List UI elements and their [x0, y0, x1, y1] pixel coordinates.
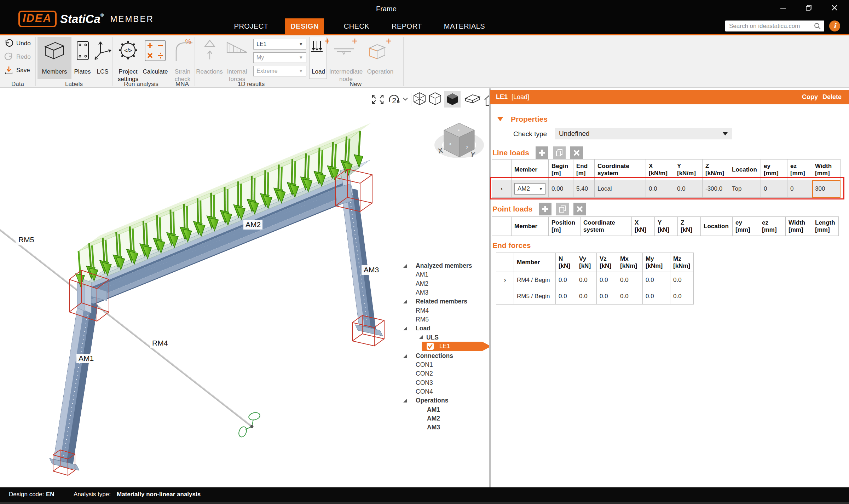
expander-icon[interactable]	[403, 326, 407, 330]
close-button[interactable]	[832, 5, 837, 10]
tree-operations[interactable]: Operations	[416, 397, 448, 404]
tree-related-members[interactable]: Related members	[416, 298, 467, 305]
column-am1[interactable]	[50, 300, 98, 470]
ribbon: Undo Redo Save Data Members Plates LCS L…	[0, 35, 849, 88]
rotate-view-icon[interactable]: 2	[389, 95, 400, 105]
tree-con1[interactable]: CON1	[416, 361, 433, 369]
info-button[interactable]: i	[829, 21, 840, 31]
zoom-fit-icon[interactable]	[372, 95, 383, 104]
delete-point-load-button[interactable]	[573, 203, 586, 215]
tree-le1-selected[interactable]: LE1	[422, 342, 491, 351]
tree-connections[interactable]: Connections	[416, 352, 453, 360]
undo-button[interactable]: Undo	[16, 40, 31, 47]
group-label-data: Data	[7, 81, 28, 88]
tree-op-am3[interactable]: AM3	[427, 424, 440, 431]
plates-icon[interactable]	[75, 40, 91, 61]
plates-label[interactable]: Plates	[71, 68, 94, 75]
search-input[interactable]: Search on ideastatica.com	[725, 21, 824, 31]
tree-load[interactable]: Load	[416, 325, 431, 332]
collapse-triangle-icon[interactable]	[497, 117, 503, 121]
point-loads-table: Member Position[m] Coordinatesystem X[kN…	[492, 216, 839, 236]
expander-icon[interactable]	[403, 300, 407, 303]
expander-icon[interactable]	[419, 335, 423, 339]
expander-icon[interactable]	[403, 264, 407, 268]
tab-project[interactable]: PROJECT	[232, 18, 271, 34]
tab-report[interactable]: REPORT	[387, 18, 426, 34]
expander-icon[interactable]	[403, 399, 407, 402]
tree-op-am1[interactable]: AM1	[427, 406, 440, 413]
tree-rm4[interactable]: RM4	[416, 307, 429, 314]
rotate-dropdown-chevron[interactable]	[403, 98, 408, 100]
svg-text:x: x	[449, 141, 451, 146]
lcs-label[interactable]: LCS	[93, 68, 112, 75]
group-label-new: New	[308, 81, 403, 88]
tab-check[interactable]: CHECK	[339, 18, 374, 34]
calculate-icon[interactable]	[144, 40, 166, 62]
label-am1: AM1	[79, 354, 94, 362]
copy-line-load-button[interactable]	[553, 146, 566, 159]
tab-design[interactable]: DESIGN	[285, 18, 324, 34]
minimize-button[interactable]	[780, 8, 786, 9]
dropdown-arrow-icon	[723, 132, 728, 135]
copy-point-load-button[interactable]	[556, 203, 569, 215]
strain-check-icon: %	[173, 38, 193, 62]
row-expander[interactable]: ›	[496, 272, 514, 288]
lcs-icon[interactable]	[93, 40, 113, 62]
home-view-icon[interactable]	[485, 94, 489, 105]
calculate-label[interactable]: Calculate	[141, 68, 170, 75]
end-forces-row[interactable]: › RM4 / Begin 0.0 0.0 0.0 0.0 0.0 0.0	[496, 272, 694, 288]
properties-section-title: Properties	[511, 115, 548, 123]
check-type-label: Check type	[513, 130, 547, 138]
view-hidden-line-icon[interactable]	[429, 93, 441, 105]
view-wireframe-icon[interactable]	[414, 93, 425, 105]
search-icon[interactable]	[813, 22, 822, 31]
extreme-combobox[interactable]: Extreme▼	[253, 66, 306, 76]
tree-am3[interactable]: AM3	[416, 289, 428, 296]
save-icon[interactable]	[4, 66, 13, 75]
tree-am1[interactable]: AM1	[416, 271, 428, 278]
check-type-dropdown[interactable]: Undefined	[555, 128, 732, 139]
restore-button[interactable]	[806, 5, 811, 10]
add-line-load-button[interactable]	[536, 146, 548, 159]
end-forces-title: End forces	[492, 241, 531, 250]
end-forces-row[interactable]: RM5 / Begin 0.0 0.0 0.0 0.0 0.0 0.0	[496, 288, 694, 305]
load-case-combobox[interactable]: LE1▼	[253, 39, 306, 50]
undo-icon[interactable]	[4, 39, 13, 48]
structure-tree: Analyzed members AM1 AM2 AM3 Related mem…	[399, 261, 489, 432]
tree-op-am2[interactable]: AM2	[427, 415, 440, 422]
group-label-run-analysis: Run analysis	[112, 81, 170, 88]
tree-am2[interactable]: AM2	[416, 280, 428, 288]
tab-materials[interactable]: MATERIALS	[441, 18, 487, 34]
save-button[interactable]: Save	[16, 66, 30, 74]
viewport-3d[interactable]: RM5 AM2 AM3 RM4 AM1 X Y zxy 2	[0, 88, 489, 487]
component-combobox[interactable]: My▼	[253, 52, 306, 63]
members-label: Members	[37, 68, 71, 75]
navigation-cube[interactable]: X Y zxy	[434, 123, 484, 159]
tree-analyzed-members[interactable]: Analyzed members	[416, 262, 472, 270]
tree-con4[interactable]: CON4	[416, 388, 433, 395]
design-code-value: EN	[46, 491, 54, 498]
svg-text:y: y	[466, 144, 468, 149]
tree-uls[interactable]: ULS	[426, 334, 439, 341]
panel-header: LE1 [Load] Copy Delete	[490, 90, 849, 104]
operation-label: Operation	[365, 68, 395, 75]
copy-button[interactable]: Copy	[802, 93, 818, 101]
reactions-label: Reactions	[195, 68, 224, 75]
load-icon	[311, 38, 329, 62]
load-label: Load	[309, 68, 328, 75]
separator	[492, 143, 732, 143]
expander-icon[interactable]	[403, 354, 407, 358]
delete-button[interactable]: Delete	[822, 93, 842, 101]
label-rm5: RM5	[18, 236, 34, 244]
analysis-type-label: Analysis type:	[74, 491, 111, 498]
add-point-load-button[interactable]	[539, 203, 551, 215]
tree-rm5[interactable]: RM5	[416, 316, 429, 323]
tree-con2[interactable]: CON2	[416, 370, 433, 377]
tree-con3[interactable]: CON3	[416, 379, 433, 387]
title-bar: IDEA StatiCa® MEMBER Frame PROJECT DESIG…	[0, 0, 849, 34]
project-settings-icon[interactable]: </>	[117, 39, 139, 62]
delete-line-load-button[interactable]	[570, 146, 583, 159]
view-plate-icon[interactable]	[466, 95, 480, 103]
checkbox-checked-icon[interactable]	[427, 343, 434, 350]
logo-idea: IDEA	[18, 11, 57, 27]
